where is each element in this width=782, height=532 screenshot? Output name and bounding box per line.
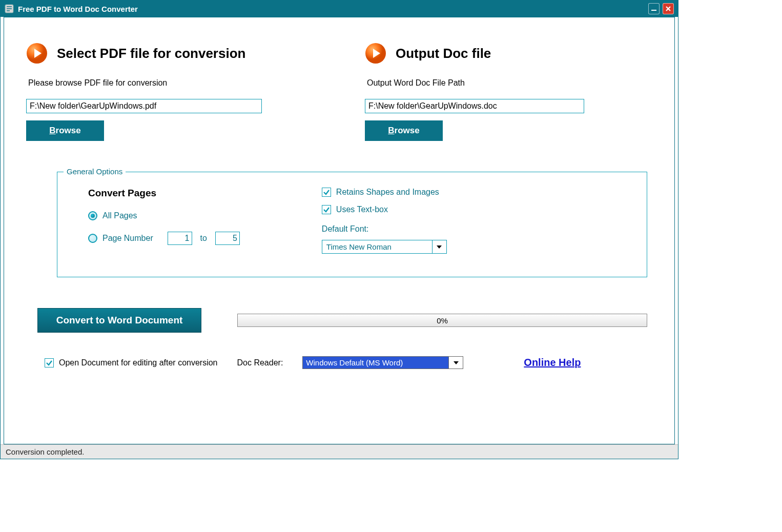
play-icon [365,43,386,64]
output-path-field[interactable] [365,99,584,113]
input-label: Please browse PDF file for conversion [28,78,314,88]
default-font-value: Times New Roman [322,240,433,254]
close-button[interactable] [663,3,674,14]
doc-reader-dropdown[interactable]: Windows Default (MS Word) [302,356,463,369]
page-number-radio[interactable] [88,234,97,243]
window-title: Free PDF to Word Doc Converter [18,5,138,13]
options-legend: General Options [64,167,126,176]
online-help-link[interactable]: Online Help [524,357,581,369]
doc-reader-value: Windows Default (MS Word) [302,356,449,369]
general-options-group: General Options Convert Pages All Pages … [57,172,647,277]
input-path-field[interactable] [26,99,262,113]
status-text: Conversion completed. [6,447,84,456]
all-pages-radio[interactable] [88,211,97,220]
app-icon [5,4,14,13]
output-browse-button[interactable]: Browse [365,120,443,141]
progress-bar: 0% [237,314,647,327]
retain-shapes-checkbox[interactable] [322,188,331,197]
convert-button[interactable]: Convert to Word Document [37,308,201,333]
chevron-down-icon [433,240,447,254]
svg-rect-1 [651,10,656,11]
output-label: Output Word Doc File Path [367,78,652,88]
output-section: Output Doc file Output Word Doc File Pat… [365,43,652,141]
status-bar: Conversion completed. [1,444,678,459]
page-to-input[interactable] [215,232,240,245]
minimize-button[interactable] [648,3,660,14]
input-heading: Select PDF file for conversion [57,46,245,62]
retain-shapes-label: Retains Shapes and Images [336,188,439,197]
page-number-label: Page Number [102,234,153,243]
uses-textbox-label: Uses Text-box [336,205,388,214]
input-section: Select PDF file for conversion Please br… [26,43,314,141]
progress-value: 0% [437,316,448,325]
to-label: to [200,234,207,243]
open-after-label: Open Document for editing after conversi… [59,358,218,367]
page-from-input[interactable] [168,232,192,245]
default-font-dropdown[interactable]: Times New Roman [322,240,447,254]
doc-reader-label: Doc Reader: [237,358,283,367]
default-font-label: Default Font: [322,224,447,234]
convert-pages-title: Convert Pages [88,188,240,199]
chevron-down-icon [449,356,463,369]
open-after-checkbox[interactable] [45,358,54,367]
play-icon [26,43,48,64]
output-heading: Output Doc file [396,46,491,62]
title-bar: Free PDF to Word Doc Converter [1,1,678,17]
all-pages-label: All Pages [102,211,137,220]
input-browse-button[interactable]: Browse [26,120,104,141]
uses-textbox-checkbox[interactable] [322,205,331,214]
